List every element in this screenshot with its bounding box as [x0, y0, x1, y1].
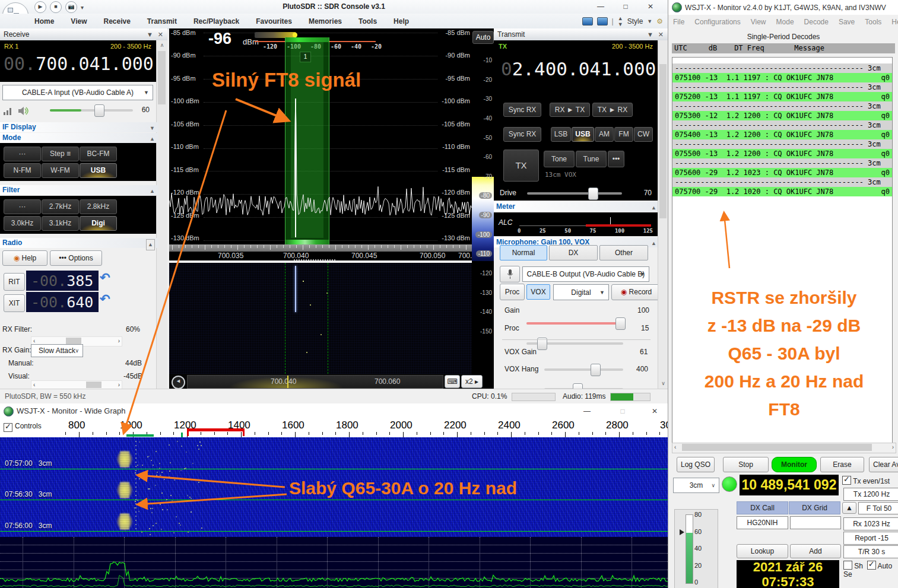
proc-button[interactable]: Proc	[500, 284, 525, 300]
drive-slider-thumb[interactable]	[588, 187, 598, 200]
auto-seq-checkbox[interactable]	[867, 561, 876, 570]
qat-dropdown-icon[interactable]: ▾	[81, 4, 84, 11]
rit-undo-icon[interactable]: ↶	[100, 271, 110, 285]
maximize-button[interactable]: □	[613, 0, 638, 13]
collapse-icon[interactable]: ▼	[647, 28, 653, 40]
am-button[interactable]: AM	[595, 127, 614, 142]
proc-slider[interactable]	[526, 342, 623, 345]
decode-row[interactable]: 075500-131.21200:CQ OK1UFC JN78q0	[672, 149, 892, 158]
menu-file[interactable]: File	[673, 18, 684, 26]
decode-row[interactable]: 075600-291.21023:CQ OK1UFC JN78q0	[672, 168, 892, 177]
rit-button[interactable]: RIT	[4, 273, 25, 291]
rx-frequency-display[interactable]: RX 1 200 - 3500 Hz 00.700.041.000	[0, 40, 156, 82]
spectrum-display[interactable]: -85 dBm-90 dBm-95 dBm-100 dBm-105 dBm-11…	[169, 28, 472, 244]
transmit-scroll-thumb[interactable]	[659, 64, 667, 218]
filter-28-button[interactable]: 2.8kHz	[80, 199, 117, 214]
clear-avg-button[interactable]: Clear Av	[869, 457, 898, 472]
tab-memories[interactable]: Memories	[309, 17, 342, 26]
drive-slider[interactable]	[527, 192, 622, 195]
minimize-button[interactable]: —	[575, 405, 599, 418]
mode-bcfm-button[interactable]: BC-FM	[80, 147, 117, 161]
close-panel-icon[interactable]: ✕	[158, 28, 163, 40]
audio-output-select[interactable]: CABLE-B Output (VB-Audio Cable B) ▼	[522, 266, 649, 282]
stop-icon[interactable]: ■	[50, 1, 62, 13]
play-icon[interactable]: ▶	[34, 1, 46, 13]
section-if-display[interactable]: IF Display▼	[0, 122, 158, 132]
filter-more-button[interactable]: ···	[4, 199, 41, 214]
options-button[interactable]: ••• Options	[50, 250, 102, 266]
minimize-button[interactable]: —	[588, 0, 613, 13]
gain-slider[interactable]	[526, 322, 623, 325]
xit-button[interactable]: XIT	[4, 294, 25, 312]
tx-more-button[interactable]: •••	[608, 151, 624, 167]
tab-help[interactable]: Help	[394, 17, 409, 26]
filter-digi-button[interactable]: Digi	[80, 216, 117, 231]
auto-button[interactable]: Auto	[472, 31, 494, 44]
sh-checkbox[interactable]	[843, 561, 852, 570]
section-toggle-icon[interactable]: ▲	[651, 203, 656, 213]
rx-gain-select[interactable]: Slow Attack ∨	[31, 344, 83, 357]
levels-icon[interactable]	[4, 107, 13, 115]
hscroll-thumb[interactable]	[682, 444, 872, 451]
scroll-right-icon[interactable]: ›	[892, 444, 894, 450]
tx-button[interactable]: TX	[503, 150, 539, 182]
section-toggle-icon[interactable]: ▲	[150, 186, 155, 196]
camera-icon[interactable]: 📷	[65, 1, 77, 13]
log-qso-button[interactable]: Log QSO	[677, 457, 715, 472]
tone-button[interactable]: Tone	[544, 151, 575, 167]
ftol-field[interactable]: F Tol 50	[858, 502, 898, 514]
section-toggle-icon[interactable]: ▼	[150, 123, 155, 134]
tr-period-field[interactable]: T/R 30 s	[843, 545, 898, 558]
menu-mode[interactable]: Mode	[776, 18, 794, 26]
section-toggle-icon[interactable]: ▲	[146, 239, 155, 250]
gain-slider-thumb[interactable]	[615, 317, 626, 330]
fm-button[interactable]: FM	[614, 127, 633, 142]
mode-wfm-button[interactable]: W-FM	[42, 163, 79, 178]
rit-value-box[interactable]: -00.385	[26, 271, 99, 291]
rx-frequency-value[interactable]: 00.700.041.000	[4, 53, 154, 74]
nav-left-icon[interactable]: ◄	[172, 376, 185, 389]
right-arrow-icon[interactable]: ›	[118, 338, 120, 344]
volume-slider[interactable]	[50, 109, 133, 112]
filter-27-button[interactable]: 2.7kHz	[42, 199, 79, 214]
report-field[interactable]: Report -15	[843, 532, 898, 545]
tab-receive[interactable]: Receive	[103, 17, 130, 26]
dx-call-field[interactable]: HG20NIH	[737, 516, 788, 529]
menu-tools[interactable]: Tools	[865, 18, 881, 26]
decode-row[interactable]: 075700-291.21020:CQ OK1UFC JN78q0	[672, 187, 892, 196]
section-toggle-icon[interactable]: ▲	[651, 239, 656, 249]
receive-scroll-thumb[interactable]	[158, 51, 166, 104]
tx-up-button[interactable]: ▲	[842, 502, 856, 514]
mic-normal-button[interactable]: Normal	[500, 245, 547, 260]
monitor-button[interactable]: Monitor	[772, 457, 817, 472]
scroll-down-icon[interactable]: ∨	[658, 380, 668, 386]
tx-even-checkbox[interactable]	[842, 476, 851, 485]
section-mode[interactable]: Mode▲	[0, 133, 158, 143]
tab-tools[interactable]: Tools	[358, 17, 377, 26]
section-meter[interactable]: Meter▲	[494, 202, 660, 212]
filter-31-button[interactable]: 3.1kHz	[42, 216, 79, 231]
decode-row[interactable]: 075100-131.11197:CQ OK1UFC JN78q0	[672, 73, 892, 82]
wide-graph-spectrum[interactable]	[0, 537, 668, 588]
record-button[interactable]: ◉ Record	[611, 284, 661, 300]
monitor2-icon[interactable]	[597, 17, 608, 26]
vox-button[interactable]: VOX	[526, 284, 550, 300]
menu-help[interactable]: Help	[891, 18, 898, 26]
mic-other-button[interactable]: Other	[599, 245, 648, 260]
controls-checkbox[interactable]	[4, 423, 12, 432]
transmit-scrollbar[interactable]: ∨	[658, 40, 668, 389]
xit-undo-icon[interactable]: ↶	[100, 292, 110, 306]
scroll-up-icon[interactable]: ∧	[157, 40, 167, 50]
receive-scrollbar[interactable]: ∧ ∨	[156, 40, 167, 411]
right-arrow-icon[interactable]: ›	[118, 382, 120, 388]
dx-grid-field[interactable]	[790, 516, 841, 529]
rx-to-tx-button[interactable]: RX ► TX	[550, 103, 590, 117]
tx-freq-field[interactable]: Tx 1200 Hz	[843, 488, 898, 501]
tab-rec-playback[interactable]: Rec/Playback	[193, 17, 239, 26]
style-caret-icon[interactable]: ▼	[647, 18, 652, 24]
decode-row[interactable]: 075300-121.21200:CQ OK1UFC JN78q0	[672, 111, 892, 120]
sync-rx2-button[interactable]: Sync RX	[503, 127, 541, 142]
xit-value-box[interactable]: -00.640	[26, 292, 99, 312]
monitor-icon[interactable]	[582, 17, 593, 26]
decode-row[interactable]: 075200-131.11197:CQ OK1UFC JN78q0	[672, 92, 892, 101]
